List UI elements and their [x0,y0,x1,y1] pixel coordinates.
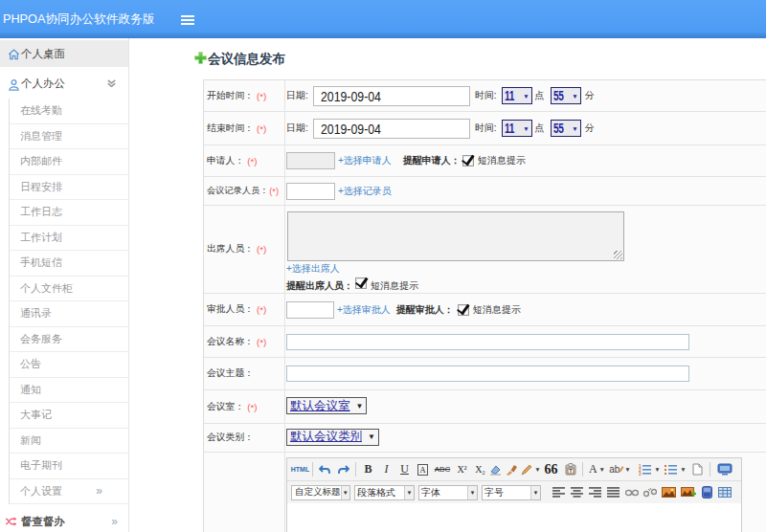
svg-text:3: 3 [639,472,642,476]
